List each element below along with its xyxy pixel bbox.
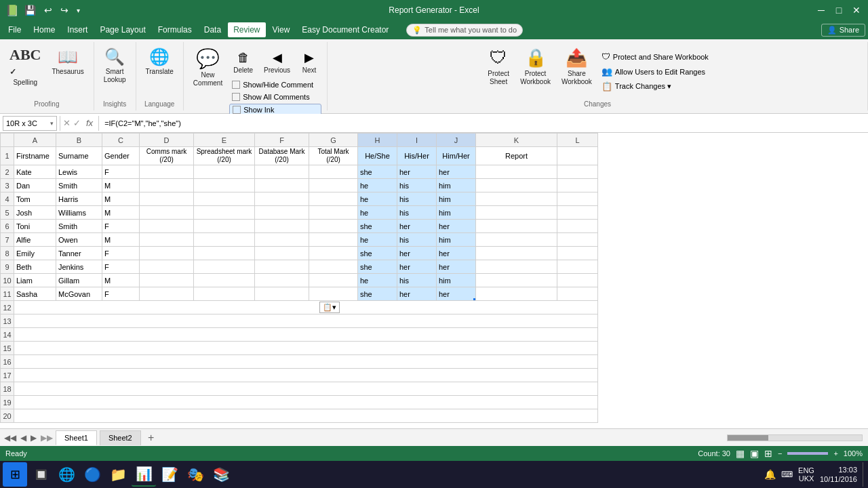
menu-formulas[interactable]: Formulas — [153, 22, 197, 37]
cell-c8[interactable]: F — [102, 247, 140, 260]
cell-d2[interactable] — [140, 165, 194, 179]
start-button[interactable]: ⊞ — [3, 462, 27, 487]
cell-c11[interactable]: F — [102, 287, 140, 301]
cell-b3[interactable]: Smith — [56, 179, 102, 192]
cell-a11[interactable]: Sasha — [14, 287, 56, 301]
protect-workbook-button[interactable]: 🔒 ProtectWorkbook — [516, 45, 555, 89]
spelling-button[interactable]: ABC✓ Spelling — [5, 45, 45, 89]
cell-b9[interactable]: Jenkins — [56, 260, 102, 274]
cell-row20[interactable] — [14, 409, 598, 423]
cell-i6[interactable]: her — [397, 220, 437, 233]
cell-i8[interactable]: her — [397, 247, 437, 260]
cell-c3[interactable]: M — [102, 179, 140, 192]
col-header-b[interactable]: B — [56, 134, 102, 147]
cell-k3[interactable] — [476, 179, 557, 192]
cell-g1[interactable]: Total Mark (/20) — [309, 147, 358, 165]
cell-k9[interactable] — [476, 260, 557, 274]
menu-easy-doc[interactable]: Easy Document Creator — [296, 22, 394, 37]
cell-e5[interactable] — [194, 206, 255, 220]
zoom-in-icon[interactable]: + — [833, 449, 837, 458]
cell-a5[interactable]: Josh — [14, 206, 56, 220]
track-changes-button[interactable]: 📋 Track Changes ▾ — [599, 80, 711, 93]
cell-g11[interactable] — [309, 287, 358, 301]
cell-d11[interactable] — [140, 287, 194, 301]
cell-k7[interactable] — [476, 233, 557, 247]
next-button[interactable]: ▶ Next — [297, 47, 321, 77]
h-scroll-track[interactable] — [727, 434, 863, 441]
cell-h10[interactable]: he — [358, 274, 397, 287]
cell-d4[interactable] — [140, 192, 194, 206]
cell-a4[interactable]: Tom — [14, 192, 56, 206]
cell-i11[interactable]: her — [397, 287, 437, 301]
col-header-h[interactable]: H — [358, 134, 397, 147]
protect-share-workbook-button[interactable]: 🛡 Protect and Share Workbook — [599, 50, 711, 63]
cell-f10[interactable] — [255, 274, 309, 287]
cell-g10[interactable] — [309, 274, 358, 287]
cell-i2[interactable]: her — [397, 165, 437, 179]
cell-c1[interactable]: Gender — [102, 147, 140, 165]
cell-h5[interactable]: he — [358, 206, 397, 220]
page-layout-icon[interactable]: ▣ — [750, 448, 759, 459]
col-header-i[interactable]: I — [397, 134, 437, 147]
cell-h3[interactable]: he — [358, 179, 397, 192]
cell-j11[interactable]: her — [437, 287, 476, 301]
cell-a9[interactable]: Beth — [14, 260, 56, 274]
task-view-button[interactable]: 🔲 — [28, 462, 53, 487]
cell-b1[interactable]: Surname — [56, 147, 102, 165]
thesaurus-button[interactable]: 📖 Thesaurus — [47, 45, 87, 79]
name-box-arrow[interactable]: ▾ — [50, 120, 54, 127]
cell-row13[interactable] — [14, 314, 598, 328]
col-header-l[interactable]: L — [557, 134, 598, 147]
cell-f3[interactable] — [255, 179, 309, 192]
cell-d6[interactable] — [140, 220, 194, 233]
cell-j6[interactable]: her — [437, 220, 476, 233]
cell-i1[interactable]: His/Her — [397, 147, 437, 165]
cell-e11[interactable] — [194, 287, 255, 301]
cell-e8[interactable] — [194, 247, 255, 260]
cell-e2[interactable] — [194, 165, 255, 179]
cell-a8[interactable]: Emily — [14, 247, 56, 260]
cell-h11[interactable]: she — [358, 287, 397, 301]
cell-b8[interactable]: Tanner — [56, 247, 102, 260]
chrome-button[interactable]: 🔵 — [80, 462, 104, 487]
cell-f1[interactable]: Database Mark (/20) — [255, 147, 309, 165]
cell-j5[interactable]: him — [437, 206, 476, 220]
minimize-button[interactable]: ─ — [815, 4, 827, 16]
cell-k1[interactable]: Report — [476, 147, 557, 165]
cell-h4[interactable]: he — [358, 192, 397, 206]
zoom-slider[interactable] — [787, 452, 828, 455]
menu-page-layout[interactable]: Page Layout — [94, 22, 151, 37]
cell-f8[interactable] — [255, 247, 309, 260]
menu-file[interactable]: File — [3, 22, 26, 37]
tab-scroll-prev[interactable]: ◀ — [19, 433, 28, 443]
cell-j4[interactable]: him — [437, 192, 476, 206]
app4-button[interactable]: 📚 — [209, 462, 233, 487]
close-button[interactable]: ✕ — [850, 4, 863, 16]
show-desktop-button[interactable] — [863, 462, 865, 487]
cell-h8[interactable]: she — [358, 247, 397, 260]
translate-button[interactable]: 🌐 Translate — [142, 45, 178, 79]
fill-handle[interactable] — [473, 298, 476, 301]
col-header-e[interactable]: E — [194, 134, 255, 147]
cell-l5[interactable] — [557, 206, 598, 220]
cell-g3[interactable] — [309, 179, 358, 192]
menu-data[interactable]: Data — [199, 22, 226, 37]
cell-j1[interactable]: Him/Her — [437, 147, 476, 165]
cell-l7[interactable] — [557, 233, 598, 247]
col-header-g[interactable]: G — [309, 134, 358, 147]
page-break-icon[interactable]: ⊞ — [764, 448, 772, 459]
show-all-comments-button[interactable]: Show All Comments — [229, 92, 321, 102]
delete-button[interactable]: 🗑 Delete — [229, 48, 257, 77]
cell-c6[interactable]: F — [102, 220, 140, 233]
cell-g8[interactable] — [309, 247, 358, 260]
cell-a2[interactable]: Kate — [14, 165, 56, 179]
smart-lookup-button[interactable]: 🔍 SmartLookup — [100, 45, 130, 87]
quick-dropdown[interactable]: ▾ — [74, 5, 83, 16]
menu-view[interactable]: View — [267, 22, 296, 37]
cell-e7[interactable] — [194, 233, 255, 247]
cell-e3[interactable] — [194, 179, 255, 192]
cell-e6[interactable] — [194, 220, 255, 233]
cell-a3[interactable]: Dan — [14, 179, 56, 192]
keyboard-icon[interactable]: ⌨ — [781, 470, 793, 479]
cell-f2[interactable] — [255, 165, 309, 179]
